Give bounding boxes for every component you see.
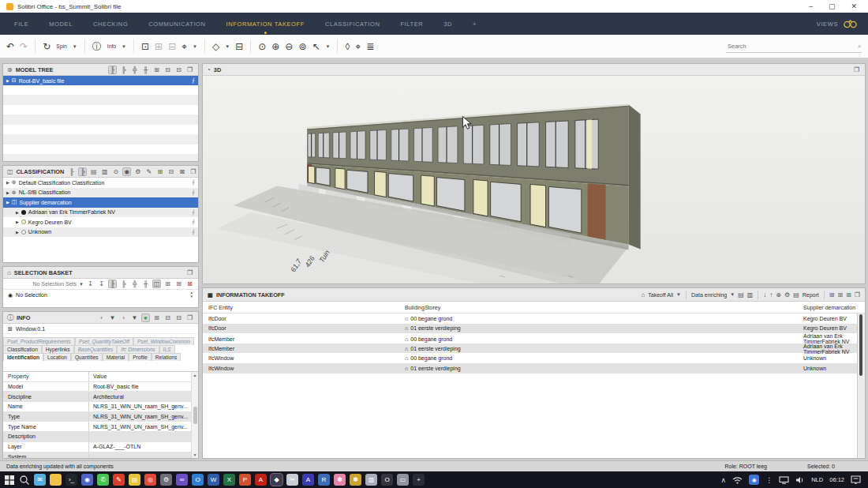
- takeoff-row[interactable]: IfcMember ⌂01 eerste verdieping Adriaan …: [203, 343, 865, 354]
- property-row[interactable]: Description: [3, 432, 191, 442]
- taskbar-icon-mail[interactable]: ✉: [34, 474, 46, 486]
- info-basket-remove-icon[interactable]: ⊟: [163, 313, 172, 322]
- tab-ils[interactable]: ILS: [159, 345, 175, 353]
- view-cube-caret-icon[interactable]: ▼: [225, 44, 230, 49]
- property-row[interactable]: ModelRoot-BV_basic file: [3, 382, 191, 392]
- tree-view-1-icon[interactable]: ╟: [108, 66, 117, 74]
- selection-basket-maximize-icon[interactable]: ❐: [185, 268, 194, 277]
- property-row[interactable]: System: [3, 452, 191, 460]
- tab-identification[interactable]: Identification: [3, 353, 43, 361]
- menu-model[interactable]: MODEL: [49, 21, 73, 28]
- tab-pset-windowcommon[interactable]: Pset_WindowCommon: [133, 337, 194, 345]
- taskbar-icon-paw-app[interactable]: ✽: [350, 474, 361, 486]
- cl-tree-icon[interactable]: ╟: [67, 167, 76, 176]
- property-row[interactable]: TypeNLRS_31_WIN_UN_raam_SH_genv...: [3, 412, 191, 422]
- takeoff-row[interactable]: IfcDoor ⌂00 begane grond Kegro Deuren BV: [203, 313, 865, 324]
- tray-expand-icon[interactable]: ∧: [721, 476, 727, 484]
- basket-out-icon[interactable]: ↧: [97, 280, 106, 288]
- takeoff-all-caret-icon[interactable]: ▼: [676, 292, 681, 297]
- menu-file[interactable]: FILE: [14, 21, 28, 28]
- sb-tree4-icon[interactable]: ╫: [141, 280, 150, 288]
- taskbar-icon-excel[interactable]: X: [223, 474, 235, 486]
- taskbar-icon-plus-app[interactable]: +: [413, 474, 425, 486]
- markup-plane-icon[interactable]: ◊: [345, 42, 350, 51]
- select-cursor-icon[interactable]: ↖: [312, 42, 320, 51]
- data-enriching-dropdown[interactable]: Data enriching: [691, 292, 727, 298]
- taskbar-search-icon[interactable]: [19, 475, 30, 486]
- to-basket-add-icon[interactable]: ⊞: [829, 291, 835, 298]
- minimize-button[interactable]: –: [809, 2, 813, 10]
- tab-profile[interactable]: Profile: [129, 353, 152, 361]
- taskbar-icon-revit[interactable]: R: [318, 474, 330, 486]
- taskbar-icon-acrobat[interactable]: A: [255, 474, 267, 486]
- taskbar-icon-powerpoint[interactable]: P: [239, 474, 251, 486]
- cl-basket-clear-icon[interactable]: ⊠: [178, 167, 186, 176]
- info-icon[interactable]: ⓘ: [92, 42, 102, 51]
- data-enriching-caret-icon[interactable]: ▼: [730, 292, 735, 297]
- tree-view-2-icon[interactable]: ╠: [119, 66, 128, 74]
- reset-icon[interactable]: ⊗: [776, 291, 781, 298]
- menu-classification[interactable]: CLASSIFICATION: [325, 21, 380, 28]
- basket-add-icon[interactable]: ⊞: [152, 66, 161, 74]
- taskbar-icon-circle-o-app[interactable]: O: [381, 474, 393, 486]
- taskbar-icon-whatsapp[interactable]: ✆: [97, 474, 109, 486]
- expand-arrow-icon[interactable]: ▶: [6, 78, 9, 83]
- property-row[interactable]: NameNLRS_31_WIN_UN_raam_SH_genv...: [3, 402, 191, 412]
- next-component-icon[interactable]: ›: [119, 313, 128, 322]
- views-button[interactable]: VIEWS: [817, 19, 868, 28]
- model-3d-canvas[interactable]: Tuin 426 61,7: [203, 76, 865, 283]
- sb-tree1-icon[interactable]: ╟: [108, 280, 117, 288]
- takeoff-settings-icon[interactable]: ⚙: [784, 291, 790, 298]
- menu-checking[interactable]: CHECKING: [93, 21, 128, 28]
- takeoff-row[interactable]: IfcWindow ⌂01 eerste verdieping Unknown: [203, 363, 865, 374]
- taskbar-icon-notes[interactable]: ▤: [129, 474, 140, 486]
- tab-classification[interactable]: Classification: [3, 345, 42, 353]
- view-3d-maximize-icon[interactable]: ❐: [852, 66, 861, 74]
- notification-icon[interactable]: [851, 475, 861, 484]
- taskbar-icon-teams[interactable]: ◉: [81, 474, 93, 486]
- menu-3d[interactable]: 3D: [443, 21, 452, 28]
- to-basket-set-icon[interactable]: ⊞: [846, 291, 851, 298]
- report-button[interactable]: Report: [803, 292, 819, 298]
- property-row[interactable]: LayerA-GLAZ-___-OTLN: [3, 442, 191, 452]
- taskbar-icon-chrome[interactable]: ◎: [144, 474, 156, 486]
- tab-ifc-dimensions[interactable]: Ifc Dimensions: [117, 345, 159, 353]
- no-selection-row[interactable]: ◉ No Selection ▲▼: [3, 290, 198, 300]
- col-buildingstorey[interactable]: BuildingStorey: [399, 302, 798, 313]
- cl-tree2-icon[interactable]: ╠: [78, 167, 87, 176]
- maximize-button[interactable]: ▢: [829, 2, 836, 10]
- open-takeoff-icon[interactable]: ▥: [747, 291, 754, 298]
- col-ifc-entity[interactable]: IFC Entity: [203, 302, 399, 313]
- volume-icon[interactable]: [795, 476, 805, 484]
- info-basket-add-icon[interactable]: ⊞: [152, 313, 161, 322]
- close-button[interactable]: ✕: [851, 2, 857, 10]
- cl-edit-icon[interactable]: ✎: [144, 167, 153, 176]
- map-view-icon[interactable]: ⌖: [355, 42, 361, 51]
- menu-filter[interactable]: FILTER: [400, 21, 423, 28]
- search-icon[interactable]: ⌕: [858, 42, 862, 51]
- zoom-fit-icon[interactable]: ⊙: [258, 42, 266, 51]
- sb-basket-remove-icon[interactable]: ⊞: [174, 280, 183, 288]
- basket-in-icon[interactable]: ↧: [86, 280, 95, 288]
- import-icon[interactable]: ↓: [763, 291, 766, 298]
- classification-row[interactable]: ▶ Adriaan van Erk TimmerFabriek NV ∮: [3, 208, 198, 218]
- tree-view-4-icon[interactable]: ╫: [141, 66, 150, 74]
- classification-row[interactable]: ▶⊛ Default Classification Classification…: [3, 178, 198, 188]
- tab-hyperlinks[interactable]: Hyperlinks: [42, 345, 74, 353]
- teams-tray-icon[interactable]: ◉: [749, 475, 759, 485]
- walk-caret-icon[interactable]: ▼: [193, 44, 197, 49]
- menu-add-tab[interactable]: +: [473, 21, 477, 28]
- row-spinner[interactable]: ▲▼: [190, 291, 193, 298]
- selection-sets-dropdown[interactable]: No Selection Sets: [32, 281, 77, 287]
- layers-icon[interactable]: ≣: [366, 42, 374, 51]
- taskbar-icon-snip[interactable]: ✂: [286, 474, 298, 486]
- cl-new-icon[interactable]: ▤: [89, 167, 98, 176]
- info-basket-set-icon[interactable]: ⊟: [174, 313, 183, 322]
- property-scrollbar[interactable]: ▲▼: [191, 372, 198, 458]
- spin-caret-icon[interactable]: ▼: [73, 44, 77, 49]
- cl-visibility-icon[interactable]: ◉: [122, 167, 131, 176]
- zoom-out-icon[interactable]: ⊖: [285, 42, 293, 51]
- property-row[interactable]: DisciplineArchitectural: [3, 392, 191, 402]
- col-supplier-demarcation[interactable]: Supplier demarcation: [798, 302, 865, 313]
- tray-dots-icon[interactable]: ⋮: [765, 476, 773, 484]
